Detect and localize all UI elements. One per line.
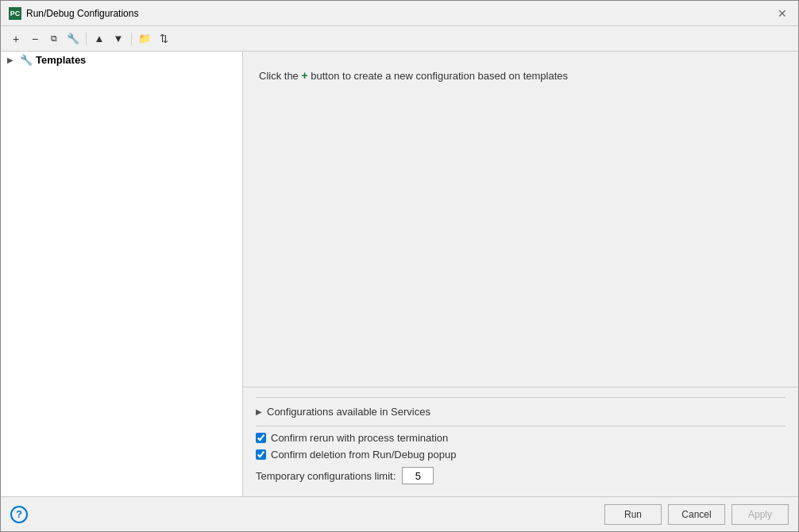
confirm-deletion-label: Confirm deletion from Run/Debug popup: [271, 449, 456, 461]
right-panel: Click the + button to create a new confi…: [243, 52, 798, 496]
wrench-button[interactable]: 🔧: [64, 30, 82, 48]
move-up-button[interactable]: ▲: [91, 30, 108, 48]
window-title: Run/Debug Configurations: [26, 8, 138, 19]
templates-label: Templates: [36, 54, 86, 66]
footer: ? Run Cancel Apply: [1, 496, 798, 531]
sort-button[interactable]: ⇅: [155, 30, 172, 48]
confirm-rerun-label: Confirm rerun with process termination: [271, 432, 448, 444]
hint-plus-icon: +: [301, 69, 307, 82]
temp-limit-input[interactable]: [402, 467, 434, 484]
temp-limit-label: Temporary configurations limit:: [256, 470, 396, 482]
title-bar-left: PC Run/Debug Configurations: [9, 7, 138, 20]
title-bar: PC Run/Debug Configurations ✕: [1, 1, 798, 26]
services-label: Configurations available in Services: [267, 406, 430, 418]
toolbar-separator-1: [86, 33, 87, 45]
toolbar: + − ⧉ 🔧 ▲ ▼ 📁 ⇅: [1, 26, 798, 52]
temp-limit-row: Temporary configurations limit:: [256, 463, 785, 488]
footer-right: Run Cancel Apply: [604, 504, 789, 525]
confirm-deletion-checkbox[interactable]: [256, 449, 266, 460]
add-button[interactable]: +: [7, 30, 25, 48]
hint-after: button to create a new configuration bas…: [308, 70, 568, 82]
right-bottom: ▶ Configurations available in Services C…: [243, 387, 798, 496]
hint-text: Click the + button to create a new confi…: [259, 67, 568, 84]
hint-before: Click the: [259, 70, 301, 82]
checkbox-row-2: Confirm deletion from Run/Debug popup: [256, 446, 785, 463]
footer-left: ?: [10, 506, 28, 523]
move-down-button[interactable]: ▼: [110, 30, 127, 48]
help-button[interactable]: ?: [10, 506, 28, 523]
wrench-icon: 🔧: [20, 54, 33, 66]
templates-tree-item[interactable]: ▶ 🔧 Templates: [1, 52, 242, 68]
confirm-rerun-checkbox[interactable]: [256, 433, 266, 443]
services-row[interactable]: ▶ Configurations available in Services: [256, 401, 785, 422]
app-icon: PC: [9, 7, 21, 20]
services-arrow-icon: ▶: [256, 407, 262, 416]
right-main: Click the + button to create a new confi…: [243, 52, 798, 387]
close-button[interactable]: ✕: [774, 6, 790, 21]
cancel-button[interactable]: Cancel: [668, 504, 725, 525]
toolbar-separator-2: [131, 33, 132, 45]
tree-arrow-icon: ▶: [7, 56, 17, 64]
main-content: ▶ 🔧 Templates Click the + button to crea…: [1, 52, 798, 496]
apply-button[interactable]: Apply: [731, 504, 789, 525]
top-divider: [256, 397, 785, 398]
dialog: PC Run/Debug Configurations ✕ + − ⧉ 🔧 ▲ …: [0, 0, 799, 532]
remove-button[interactable]: −: [26, 30, 44, 48]
left-panel: ▶ 🔧 Templates: [1, 52, 243, 496]
folder-button[interactable]: 📁: [136, 30, 153, 48]
mid-divider: [256, 426, 785, 426]
run-button[interactable]: Run: [604, 504, 662, 525]
copy-button[interactable]: ⧉: [45, 30, 63, 48]
checkbox-row-1: Confirm rerun with process termination: [256, 430, 785, 446]
